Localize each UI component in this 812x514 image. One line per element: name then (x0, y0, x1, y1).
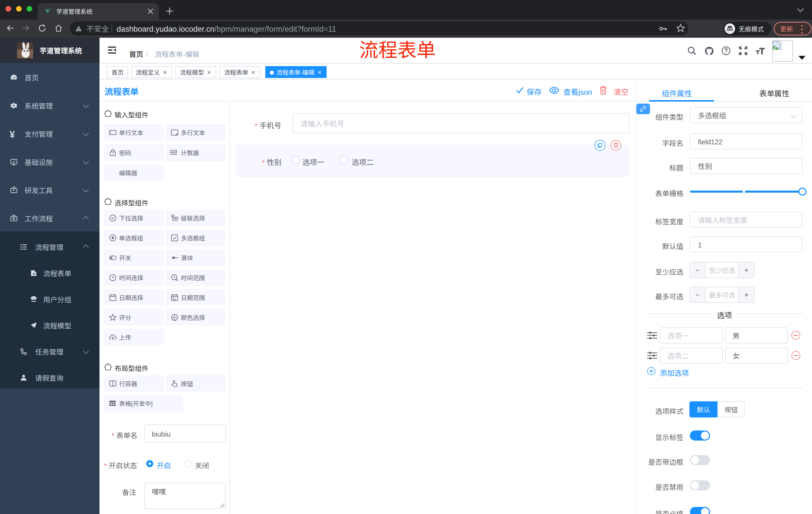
svg-text:123: 123 (170, 148, 177, 154)
